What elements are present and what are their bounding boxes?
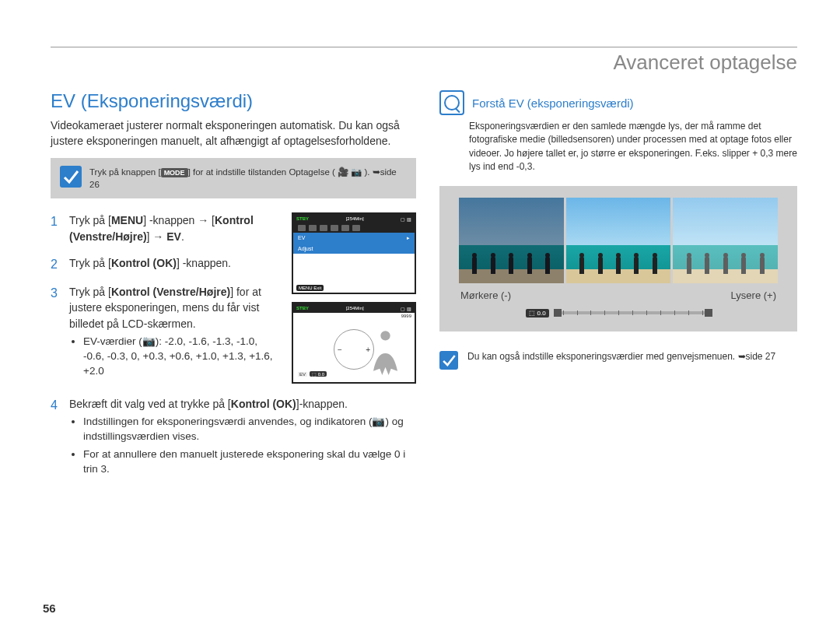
steps-wrap: 1 Tryk på [MENU] -knappen → [Kontrol (Ve… xyxy=(51,212,416,392)
lcd1-adjust-row: Adjust xyxy=(293,244,415,254)
lcd1-header: STBY [254Min] ▢ ▥ xyxy=(293,214,415,223)
lcd2-ev-bar: EV ⬚ 0.0 xyxy=(298,371,327,377)
example-panel: Mørkere (-) Lysere (+) ⬚ 0.0 xyxy=(439,186,797,332)
lcd2-stby: STBY xyxy=(296,306,309,310)
ev-slider-track xyxy=(555,311,711,314)
caption-row: Mørkere (-) Lysere (+) xyxy=(459,289,778,309)
step-num: 2 xyxy=(51,255,61,273)
lcd1-stby: STBY xyxy=(296,216,309,221)
lcd2-header: STBY [254Min] ▢ ▥ xyxy=(293,303,415,313)
example-images xyxy=(459,198,778,283)
lcd-screenshot-1: STBY [254Min] ▢ ▥ EV▸ Adjust xyxy=(292,212,416,294)
example-normal xyxy=(566,198,671,283)
bottom-note: Du kan også indstille eksponeringsværdie… xyxy=(439,351,797,370)
lcd1-exit: MENU Exit xyxy=(296,285,324,291)
ev-slider-badge: ⬚ 0.0 xyxy=(526,309,548,317)
step-num: 1 xyxy=(51,212,61,244)
tip-title: Forstå EV (eksponeringsværdi) xyxy=(472,96,634,110)
left-column: EV (Eksponeringsværdi) Videokameraet jus… xyxy=(51,90,416,491)
battery-icon: ▢ ▥ xyxy=(401,306,411,311)
step-body: Bekræft dit valg ved at trykke på [Kontr… xyxy=(69,396,416,480)
bullet: Indstillingen for eksponeringsværdi anve… xyxy=(83,415,416,444)
mode-note-box: Tryk på knappen [MODE] for at indstille … xyxy=(51,158,416,198)
page: Avanceret optagelse EV (Eksponeringsværd… xyxy=(0,0,840,642)
example-dark xyxy=(459,198,564,283)
lcd1-icons xyxy=(293,223,415,233)
top-rule xyxy=(51,47,797,47)
ev-badge: ⬚ 0.0 xyxy=(310,371,327,377)
lcd2-count: 9999 xyxy=(293,313,415,319)
step-1: 1 Tryk på [MENU] -knappen → [Kontrol (Ve… xyxy=(51,212,280,244)
mode-tag: MODE xyxy=(161,168,188,177)
step-4: 4 Bekræft dit valg ved at trykke på [Kon… xyxy=(51,396,416,480)
ev-slider: ⬚ 0.0 xyxy=(459,309,778,317)
bullet: For at annullere den manuelt justerede e… xyxy=(83,447,416,477)
mode-icons: 🎥 📷 xyxy=(338,167,362,177)
right-column: Forstå EV (eksponeringsværdi) Eksponerin… xyxy=(439,90,797,491)
lcd2-time: [254Min] xyxy=(346,306,364,310)
step-body: Tryk på [MENU] -knappen → [Kontrol (Vens… xyxy=(69,212,280,244)
mode-note-suffix: ] for at indstille tilstanden Optagelse … xyxy=(188,167,335,177)
step-num: 4 xyxy=(51,396,61,480)
bottom-note-text: Du kan også indstille eksponeringsværdie… xyxy=(467,351,775,362)
tip-header: Forstå EV (eksponeringsværdi) xyxy=(439,90,797,115)
columns: EV (Eksponeringsværdi) Videokameraet jus… xyxy=(51,90,797,491)
lcd1-ev-row: EV▸ xyxy=(293,233,415,244)
intro-text: Videokameraet justerer normalt eksponeri… xyxy=(51,118,416,149)
ev-values: EV-værdier (📷): -2.0, -1.6, -1.3, -1.0, … xyxy=(83,335,280,379)
step-3-bullets: EV-værdier (📷): -2.0, -1.6, -1.3, -1.0, … xyxy=(69,335,280,379)
mode-note-prefix: Tryk på knappen [ xyxy=(89,167,161,177)
tip-body: Eksponeringsværdien er den samlede mængd… xyxy=(469,120,797,174)
page-number: 56 xyxy=(43,602,56,615)
steps-list: 1 Tryk på [MENU] -knappen → [Kontrol (Ve… xyxy=(51,212,280,392)
section-title: EV (Eksponeringsværdi) xyxy=(51,90,416,112)
mode-note-text: Tryk på knappen [MODE] for at indstille … xyxy=(89,166,407,191)
magnify-icon xyxy=(439,90,464,115)
lcd2-body: − + EV ⬚ 0.0 xyxy=(293,319,415,380)
check-icon xyxy=(60,166,82,188)
minus-icon: − xyxy=(338,346,342,354)
caption-light: Lysere (+) xyxy=(731,289,776,301)
battery-icon: ▢ ▥ xyxy=(401,216,411,222)
step-4-bullets: Indstillingen for eksponeringsværdi anve… xyxy=(69,415,416,477)
step-2: 2 Tryk på [Kontrol (OK)] -knappen. xyxy=(51,255,280,273)
caption-dark: Mørkere (-) xyxy=(460,289,511,301)
step-body: Tryk på [Kontrol (OK)] -knappen. xyxy=(69,255,280,273)
lcd-screenshot-2: STBY [254Min] ▢ ▥ 9999 − + xyxy=(292,302,416,384)
check-icon xyxy=(439,351,458,370)
person-silhouette-icon xyxy=(364,327,407,375)
lcd1-time: [254Min] xyxy=(346,216,364,221)
step-num: 3 xyxy=(51,284,61,382)
example-light xyxy=(673,198,778,283)
header-title: Avanceret optagelse xyxy=(51,51,797,75)
lcd-screens: STBY [254Min] ▢ ▥ EV▸ Adjust xyxy=(292,212,416,392)
step-body: Tryk på [Kontrol (Venstre/Højre)] for at… xyxy=(69,284,280,382)
step-3: 3 Tryk på [Kontrol (Venstre/Højre)] for … xyxy=(51,284,280,382)
